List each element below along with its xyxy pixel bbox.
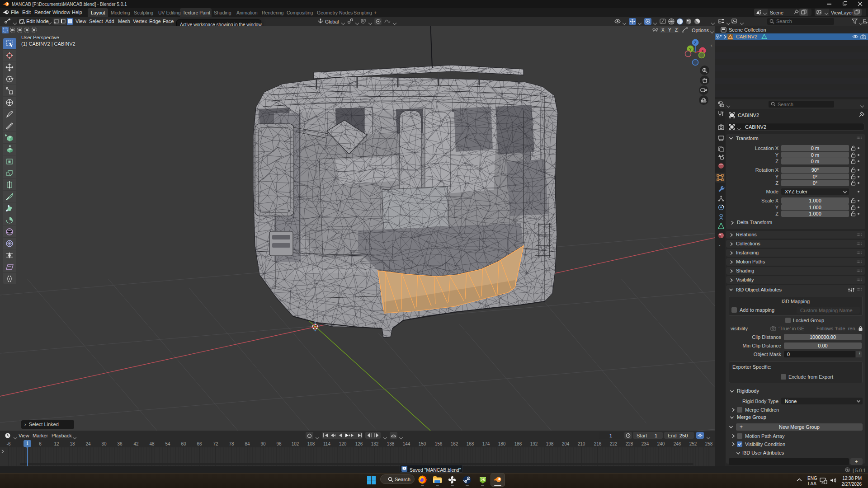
svg-text:Y: Y bbox=[689, 47, 692, 52]
svg-text:Z: Z bbox=[694, 41, 697, 45]
svg-text:25: 25 bbox=[481, 478, 485, 482]
